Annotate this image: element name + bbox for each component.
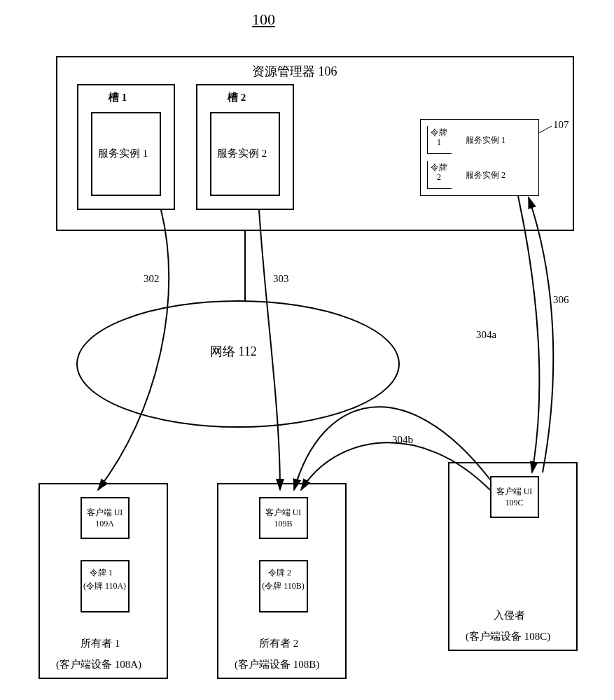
owner2-token-detail: (令牌 110B) xyxy=(261,581,305,592)
intruder-ui-label: 客户端 UI 109C xyxy=(492,486,536,508)
slot2-service-label: 服务实例 2 xyxy=(217,147,267,160)
owner2-ui-label: 客户端 UI 109B xyxy=(261,507,305,529)
arrow-304a-label: 304a xyxy=(476,329,496,341)
arrow-306-label: 306 xyxy=(553,294,569,306)
slot1-service-label: 服务实例 1 xyxy=(98,147,148,160)
arrow-303-label: 303 xyxy=(273,273,289,285)
owner1-token-label: 令牌 1 xyxy=(90,567,113,579)
owner1-ui-label: 客户端 UI 109A xyxy=(83,507,127,529)
owner1-name: 所有者 1 xyxy=(81,637,120,650)
svg-point-0 xyxy=(77,301,399,427)
slot2-label: 槽 2 xyxy=(228,91,246,104)
arrow-302-label: 302 xyxy=(144,273,160,285)
token2-service-label: 服务实例 2 xyxy=(466,169,505,181)
arrow-304b-label: 304b xyxy=(392,434,413,446)
token2-label: 令牌 2 xyxy=(428,162,449,183)
owner1-device: (客户端设备 108A) xyxy=(56,658,141,671)
table-ref: 107 xyxy=(553,119,569,131)
resource-manager-title: 资源管理器 106 xyxy=(252,63,337,80)
slot1-label: 槽 1 xyxy=(109,91,127,104)
intruder-device: (客户端设备 108C) xyxy=(466,630,550,643)
owner2-name: 所有者 2 xyxy=(259,637,298,650)
token1-label: 令牌 1 xyxy=(428,127,449,148)
diagram-canvas: 100 资源管理器 106 槽 1 服务实例 1 槽 2 服务实例 2 令牌 1… xyxy=(0,0,614,700)
network-label: 网络 112 xyxy=(210,343,257,360)
intruder-name: 入侵者 xyxy=(494,609,525,622)
owner1-token-detail: (令牌 110A) xyxy=(83,581,127,592)
owner2-device: (客户端设备 108B) xyxy=(235,658,319,671)
owner2-token-label: 令牌 2 xyxy=(268,567,291,579)
token1-service-label: 服务实例 1 xyxy=(466,134,505,146)
figure-number: 100 xyxy=(252,10,275,29)
